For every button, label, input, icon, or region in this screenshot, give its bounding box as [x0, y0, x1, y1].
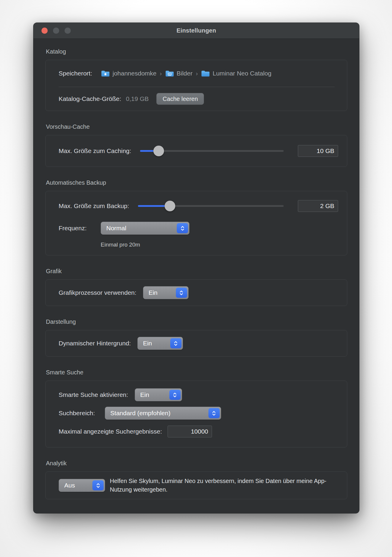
minimize-button — [53, 28, 59, 34]
cache-size-value: 0,19 GB — [126, 95, 149, 102]
max-backup-label: Max. Größe zum Backup: — [59, 202, 129, 210]
smart-search-enable-select[interactable]: Ein — [135, 388, 182, 401]
smart-search-enable-value: Ein — [135, 391, 166, 398]
cache-size-row: Katalog-Cache-Größe: 0,19 GB Cache leere… — [59, 87, 338, 111]
window-title: Einstellungen — [176, 27, 216, 34]
clear-cache-button[interactable]: Cache leeren — [156, 93, 204, 105]
suchbereich-selected-value: Standard (empfohlen) — [105, 410, 187, 417]
gpu-label: Grafikprozessor verwenden: — [59, 289, 136, 296]
suchbereich-row: Suchbereich: Standard (empfohlen) — [59, 404, 338, 422]
gpu-row: Grafikprozessor verwenden: Ein — [59, 280, 338, 306]
gpu-selected-value: Ein — [143, 289, 174, 296]
popup-stepper — [177, 223, 188, 233]
dynbg-select[interactable]: Ein — [137, 337, 183, 350]
close-button[interactable] — [41, 28, 48, 34]
home-folder-icon — [101, 70, 110, 77]
katalog-panel: Speicherort: johannesdomke › — [45, 60, 347, 111]
analytik-select[interactable]: Aus — [59, 479, 105, 492]
smart-search-enable-label: Smarte Suche aktivieren: — [59, 391, 128, 398]
popup-stepper — [169, 390, 181, 400]
breadcrumb-label: johannesdomke — [113, 70, 156, 77]
max-results-label: Maximal angezeigte Suchergebnisse: — [59, 428, 162, 435]
traffic-lights — [41, 23, 71, 38]
speicherort-row: Speicherort: johannesdomke › — [59, 60, 338, 87]
popup-stepper — [208, 408, 220, 418]
up-down-chevron-icon — [96, 483, 100, 488]
breadcrumb-separator: › — [196, 70, 198, 77]
breadcrumb-item-catalog[interactable]: Luminar Neo Catalog — [201, 70, 271, 77]
up-down-chevron-icon — [179, 290, 184, 296]
grafik-panel: Grafikprozessor verwenden: Ein — [45, 279, 347, 306]
breadcrumb-item-bilder[interactable]: Bilder — [165, 70, 193, 77]
breadcrumb-item-home[interactable]: johannesdomke — [101, 70, 156, 77]
suchbereich-label: Suchbereich: — [59, 410, 95, 417]
pictures-folder-icon — [165, 70, 174, 77]
slider-knob[interactable] — [165, 201, 175, 211]
analytik-panel: Aus Helfen Sie Skylum, Luminar Neo zu ve… — [45, 471, 347, 499]
frequenz-selected-value: Normal — [101, 225, 143, 232]
section-label-analytik: Analytik — [46, 460, 347, 467]
desktop-background: Einstellungen Katalog Speicherort: johan… — [0, 0, 392, 557]
catalog-path-breadcrumb: johannesdomke › Bilder › — [101, 70, 271, 77]
max-caching-label: Max. Größe zum Caching: — [59, 147, 131, 154]
title-bar[interactable]: Einstellungen — [33, 23, 359, 39]
gpu-select[interactable]: Ein — [143, 286, 189, 299]
smarte-suche-panel: Smarte Suche aktivieren: Ein Suchbereich… — [45, 381, 347, 447]
zoom-button — [65, 28, 71, 34]
settings-window: Einstellungen Katalog Speicherort: johan… — [33, 23, 359, 513]
section-label-backup: Automatisches Backup — [46, 179, 347, 186]
frequenz-label: Frequenz: — [59, 225, 101, 232]
vorschau-cache-panel: Max. Größe zum Caching: — [45, 135, 347, 167]
slider-track[interactable] — [138, 205, 284, 207]
suchbereich-select[interactable]: Standard (empfohlen) — [105, 407, 221, 420]
breadcrumb-label: Luminar Neo Catalog — [213, 70, 271, 77]
breadcrumb-label: Bilder — [177, 70, 193, 77]
max-backup-slider[interactable] — [138, 201, 284, 211]
frequenz-row: Frequenz: Normal — [59, 221, 338, 236]
up-down-chevron-icon — [212, 410, 216, 416]
dynbg-row: Dynamischer Hintergrund: Ein — [59, 330, 338, 356]
section-label-vorschau-cache: Vorschau-Cache — [46, 123, 347, 130]
popup-stepper — [92, 480, 104, 490]
max-caching-slider[interactable] — [140, 146, 284, 156]
max-results-field[interactable] — [168, 426, 212, 437]
max-caching-row: Max. Größe zum Caching: — [59, 135, 338, 167]
max-backup-value-field[interactable] — [298, 200, 338, 212]
frequenz-select[interactable]: Normal — [101, 222, 189, 235]
folder-icon — [201, 70, 210, 77]
analytik-description: Helfen Sie Skylum, Luminar Neo zu verbes… — [110, 477, 335, 494]
frequenz-hint: Einmal pro 20m — [101, 242, 140, 248]
popup-stepper — [176, 288, 187, 298]
up-down-chevron-icon — [173, 341, 178, 346]
cache-size-label: Katalog-Cache-Größe: — [59, 95, 121, 102]
analytik-row: Aus Helfen Sie Skylum, Luminar Neo zu ve… — [59, 472, 338, 499]
max-results-row: Maximal angezeigte Suchergebnisse: — [59, 422, 338, 441]
analytik-selected-value: Aus — [59, 482, 91, 489]
speicherort-label: Speicherort: — [59, 70, 92, 77]
up-down-chevron-icon — [173, 392, 177, 398]
slider-track[interactable] — [140, 150, 284, 152]
section-label-katalog: Katalog — [46, 48, 347, 55]
popup-stepper — [170, 338, 181, 348]
darstellung-panel: Dynamischer Hintergrund: Ein — [45, 330, 347, 357]
slider-knob[interactable] — [153, 146, 164, 156]
smart-search-enable-row: Smarte Suche aktivieren: Ein — [59, 386, 338, 404]
section-label-darstellung: Darstellung — [46, 318, 347, 325]
section-label-smarte-suche: Smarte Suche — [46, 369, 347, 376]
section-label-grafik: Grafik — [46, 268, 347, 275]
breadcrumb-separator: › — [160, 70, 162, 77]
dynbg-selected-value: Ein — [138, 340, 168, 347]
backup-panel: Max. Größe zum Backup: Frequenz: Normal — [45, 191, 347, 255]
up-down-chevron-icon — [180, 226, 185, 231]
max-backup-row: Max. Größe zum Backup: — [59, 191, 338, 221]
frequenz-hint-row: Einmal pro 20m — [59, 236, 338, 248]
settings-content: Katalog Speicherort: johannesdomke › — [33, 39, 359, 499]
dynbg-label: Dynamischer Hintergrund: — [59, 340, 131, 347]
max-caching-value-field[interactable] — [298, 145, 338, 157]
